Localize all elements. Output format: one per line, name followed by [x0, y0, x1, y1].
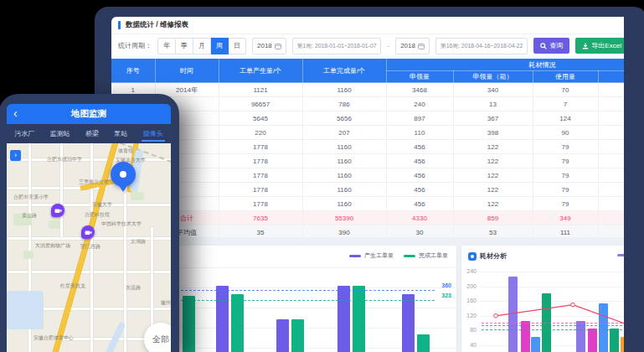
all-button[interactable]: 全部: [144, 323, 171, 352]
table-cell: 1160: [302, 168, 386, 183]
map-water: [91, 321, 126, 352]
bar-完成工单量: [183, 296, 195, 352]
phone-page-title: 地图监测: [71, 108, 106, 120]
filter-bar: 统计周期： 年季月周日 2018 第1周: 2018-01-01~2018-01…: [111, 34, 624, 58]
table-cell: 67: [598, 197, 624, 211]
table-cell: 122: [453, 168, 533, 183]
map-park: [23, 251, 33, 259]
table-row: 12014年11211160346834070250: [111, 83, 624, 97]
bar-产生工单量: [337, 286, 350, 352]
table-cell: 79: [533, 197, 598, 211]
camera-marker[interactable]: [81, 225, 95, 239]
table-cell: 79: [533, 168, 598, 183]
table-cell: 79: [533, 183, 598, 197]
table-cell: 79: [533, 154, 598, 168]
phone-tab-bar: 污水厂监测站桥梁泵站摄像头: [7, 124, 171, 143]
table-cell: 122: [453, 183, 533, 197]
export-label: 导出Excel: [591, 41, 621, 50]
period-option-日[interactable]: 日: [229, 38, 246, 54]
period-option-周[interactable]: 周: [211, 38, 229, 54]
phone-tab-桥梁[interactable]: 桥梁: [85, 126, 99, 142]
period-option-季[interactable]: 季: [176, 38, 193, 54]
table-cell: 67: [598, 154, 624, 168]
query-label: 查询: [549, 41, 563, 50]
table-cell: 456: [386, 168, 453, 183]
year-to-select[interactable]: 2018: [395, 38, 430, 54]
accent-bar: [118, 21, 121, 29]
year-from-select[interactable]: 2018: [252, 38, 286, 54]
map-expand-button[interactable]: ›: [10, 150, 21, 161]
table-cell: 90: [533, 126, 598, 140]
week-to-input[interactable]: 第16周: 2018-04-16~2018-04-22: [435, 38, 528, 54]
week-from-input[interactable]: 第1周: 2018-01-01~2018-01-07: [292, 38, 382, 54]
query-button[interactable]: 查询: [533, 38, 569, 54]
map-label: 大润发购物广场: [35, 242, 70, 250]
table-cell: 456: [386, 197, 453, 211]
table-cell: 96657: [219, 97, 302, 111]
bar-产生工单量: [216, 286, 229, 352]
map-road: [124, 194, 126, 352]
column-header: 序号: [111, 59, 155, 83]
sub-column-header: 申领量: [386, 71, 453, 83]
table-cell: 240: [386, 97, 453, 111]
table-cell: 79: [533, 140, 598, 154]
table-cell: 5645: [219, 111, 302, 126]
map-label: 东流路: [126, 284, 141, 292]
phone-tab-泵站[interactable]: 泵站: [114, 126, 127, 142]
map-label: 徽州大道: [161, 299, 171, 307]
phone-tab-摄像头[interactable]: 摄像头: [143, 126, 163, 142]
calendar-icon: [275, 43, 281, 49]
map-label: 太湖路: [131, 238, 146, 246]
consumables-chart-card: 耗材分析 2402001601208040: [461, 246, 624, 352]
table-cell: 1160: [302, 83, 386, 97]
total-cell: 859: [453, 211, 533, 225]
search-icon: [540, 43, 547, 49]
table-cell: 3468: [386, 83, 453, 97]
total-cell: 7635: [219, 211, 302, 225]
export-excel-button[interactable]: 导出Excel: [575, 38, 624, 54]
phone-tab-监测站[interactable]: 监测站: [50, 126, 70, 142]
map-label: 合肥市琥珀中学: [47, 156, 82, 163]
sub-column-header: 使用量: [533, 71, 598, 83]
table-row: 6177811604561227967: [111, 154, 624, 168]
column-header: 工单完成量/个: [302, 59, 386, 83]
year-from-value: 2018: [257, 42, 272, 49]
dashboard-screen: 数据统计 / 维修报表 统计周期： 年季月周日 2018 第1周: 2018-0…: [111, 17, 624, 352]
table-row: 296657786240137690: [111, 97, 624, 111]
table-cell: 340: [453, 83, 533, 97]
back-icon[interactable]: ‹: [13, 106, 18, 120]
table-cell: 1778: [219, 197, 302, 211]
camera-icon: [85, 230, 92, 236]
table-cell: 19: [598, 126, 624, 140]
breadcrumb-bar: 数据统计 / 维修报表: [111, 17, 624, 34]
trend-line: [461, 246, 624, 352]
sub-column-header: 申领量（箱）: [453, 71, 533, 83]
location-pin[interactable]: [111, 162, 136, 187]
header-row: 序号时间工单产生量/个工单完成量/个耗材情况: [111, 59, 624, 71]
table-row: 42202071103989019: [111, 126, 624, 140]
bar-完成工单量: [417, 334, 430, 352]
bar-完成工单量: [291, 319, 304, 352]
period-option-年[interactable]: 年: [157, 38, 176, 54]
table-cell: 1160: [302, 183, 386, 197]
table-cell: 1160: [302, 154, 386, 168]
period-option-月[interactable]: 月: [193, 38, 211, 54]
bar-产生工单量: [276, 319, 289, 352]
map-label: 体育馆: [118, 148, 133, 155]
total-cell: 332: [598, 211, 624, 225]
map-road: [7, 158, 171, 161]
stage: 数据统计 / 维修报表 统计周期： 年季月周日 2018 第1周: 2018-0…: [0, 0, 644, 352]
year-to-value: 2018: [400, 42, 415, 49]
table-cell: 67: [598, 140, 624, 154]
map-view[interactable]: 合肥市琥珀中学体育馆安徽农业大学三里庵立交桥合肥市亚溪小学安徽大学合肥科技馆中国…: [7, 143, 171, 352]
table-cell: 367: [453, 111, 533, 126]
phone-tab-污水厂[interactable]: 污水厂: [14, 126, 34, 142]
column-header: 时间: [155, 59, 219, 83]
calendar-icon: [418, 43, 425, 49]
table-cell: 1778: [219, 154, 302, 168]
map-label: 安徽合肥体育中心: [33, 334, 74, 342]
camera-marker[interactable]: [51, 204, 64, 217]
charts-section: 产生工单量完成工单量 360323 耗材分析 2402001601208040: [111, 237, 624, 352]
table-cell: 7: [533, 97, 598, 111]
breadcrumb: 数据统计 / 维修报表: [126, 20, 188, 30]
